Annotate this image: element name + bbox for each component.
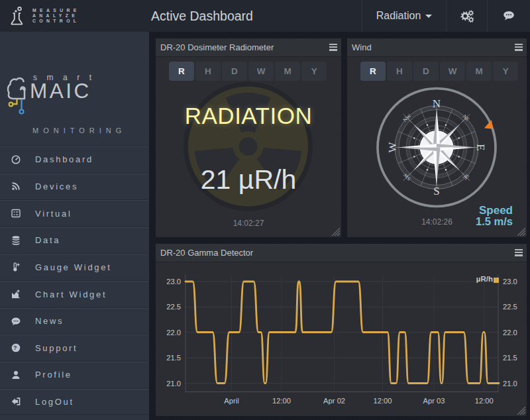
svg-text:Apr 03: Apr 03 [423,397,445,405]
svg-text:21.0: 21.0 [166,380,181,388]
svg-text:W: W [386,142,399,153]
svg-text:21.0: 21.0 [503,380,517,388]
svg-text:12:00: 12:00 [272,397,291,405]
svg-text:12:00: 12:00 [475,397,494,405]
svg-text:April: April [224,397,238,405]
svg-text:E: E [474,144,487,150]
svg-text:22.5: 22.5 [166,303,181,311]
svg-text:µR/h: µR/h [476,275,493,283]
svg-text:22.0: 22.0 [166,329,181,337]
svg-text:S: S [433,185,439,197]
svg-text:?: ? [13,344,19,351]
svg-text:N: N [433,97,441,110]
svg-text:23.0: 23.0 [503,278,517,286]
svg-text:22.5: 22.5 [503,303,517,311]
svg-text:21.5: 21.5 [503,354,517,362]
svg-text:12:00: 12:00 [374,397,392,405]
svg-text:Apr 02: Apr 02 [323,397,345,405]
svg-text:23.0: 23.0 [166,278,181,286]
svg-text:22.0: 22.0 [503,329,517,337]
svg-text:21.5: 21.5 [166,354,181,362]
